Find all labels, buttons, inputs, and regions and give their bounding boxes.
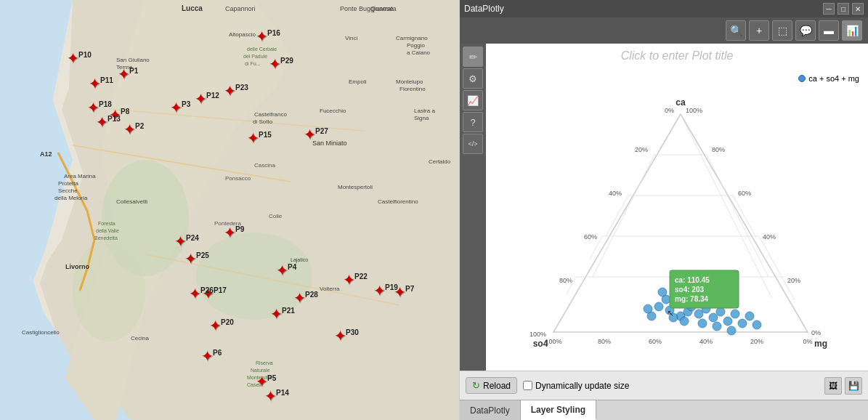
svg-text:80%: 80% bbox=[559, 277, 572, 284]
shape-icon[interactable]: ▬ bbox=[819, 20, 839, 41]
svg-text:60%: 60% bbox=[738, 190, 751, 197]
svg-line-68 bbox=[733, 195, 755, 236]
dynamic-size-checkbox[interactable] bbox=[523, 381, 532, 390]
svg-line-71 bbox=[593, 155, 654, 277]
svg-text:100%: 100% bbox=[545, 338, 561, 345]
svg-text:Livorno: Livorno bbox=[65, 263, 90, 270]
restore-button[interactable]: □ bbox=[837, 3, 849, 15]
ternary-plot[interactable]: ca so4 mg bbox=[524, 92, 837, 354]
svg-text:di Fu...: di Fu... bbox=[245, 61, 260, 66]
title-bar-controls: ─ □ ✕ bbox=[823, 3, 864, 15]
content-area: ✏ ⚙ 📈 ? </> Click to enter Plot title ca… bbox=[460, 44, 868, 371]
chart-bar-icon[interactable]: 📊 bbox=[842, 20, 862, 41]
minimize-button[interactable]: ─ bbox=[823, 3, 835, 15]
svg-text:80%: 80% bbox=[598, 338, 611, 345]
svg-text:Signa: Signa bbox=[414, 115, 429, 121]
svg-text:A12: A12 bbox=[40, 150, 52, 158]
svg-text:Montespertoli: Montespertoli bbox=[338, 184, 373, 190]
plus-icon[interactable]: + bbox=[749, 20, 769, 41]
svg-text:di Sotto: di Sotto bbox=[253, 118, 273, 125]
svg-point-111 bbox=[727, 326, 736, 335]
svg-text:Castiglioncello: Castiglioncello bbox=[22, 329, 60, 336]
tabs-bar: DataPlotly Layer Styling bbox=[460, 400, 868, 420]
svg-point-112 bbox=[745, 312, 754, 320]
svg-text:Capannori: Capannori bbox=[225, 5, 256, 12]
svg-text:ca: ca bbox=[676, 97, 686, 108]
gear-icon[interactable]: ⚙ bbox=[463, 68, 483, 89]
svg-text:Fiorentino: Fiorentino bbox=[399, 86, 426, 92]
question-icon[interactable]: ? bbox=[463, 112, 483, 132]
export-data-button[interactable]: 💾 bbox=[845, 377, 862, 395]
svg-text:delle Cerbaie: delle Cerbaie bbox=[247, 47, 277, 52]
svg-text:ca: 110.45: ca: 110.45 bbox=[675, 276, 710, 284]
svg-text:mg: mg bbox=[814, 339, 827, 349]
legend: ca + so4 + mg bbox=[798, 74, 859, 83]
dynamic-size-label: Dynamically update size bbox=[523, 381, 629, 391]
close-button[interactable]: ✕ bbox=[852, 3, 864, 15]
svg-text:Pontedera: Pontedera bbox=[214, 220, 241, 227]
svg-text:↖: ↖ bbox=[667, 308, 674, 318]
svg-text:della Valle: della Valle bbox=[96, 228, 119, 233]
svg-text:Foresta: Foresta bbox=[98, 221, 115, 226]
svg-text:Fucecchio: Fucecchio bbox=[320, 108, 346, 114]
svg-text:Lastra a: Lastra a bbox=[414, 108, 435, 114]
bottom-bar: ↻ Reload Dynamically update size 🖼 💾 bbox=[460, 371, 868, 400]
map-panel[interactable]: A12 Lucca Capannori Ponte Buggianese Qua… bbox=[0, 0, 459, 420]
svg-text:Cecina: Cecina bbox=[131, 335, 149, 342]
select-rect-icon[interactable]: ⬚ bbox=[772, 20, 792, 41]
svg-text:0%: 0% bbox=[803, 338, 812, 345]
export-image-button[interactable]: 🖼 bbox=[824, 377, 842, 395]
svg-text:Castelfiorentino: Castelfiorentino bbox=[378, 198, 418, 205]
tab-layer-styling[interactable]: Layer Styling bbox=[521, 400, 596, 420]
pencil-icon[interactable]: ✏ bbox=[463, 47, 483, 67]
svg-text:Castelfranco: Castelfranco bbox=[254, 111, 287, 118]
svg-point-100 bbox=[694, 310, 703, 318]
svg-text:Terme: Terme bbox=[116, 64, 133, 70]
svg-text:20%: 20% bbox=[787, 277, 800, 284]
svg-text:0%: 0% bbox=[665, 107, 674, 114]
svg-text:Ponsacco: Ponsacco bbox=[225, 175, 251, 182]
svg-text:20%: 20% bbox=[750, 338, 763, 345]
svg-point-108 bbox=[713, 322, 721, 331]
svg-text:Naturale: Naturale bbox=[251, 368, 270, 373]
title-bar: DataPlotly ─ □ ✕ bbox=[460, 0, 868, 17]
svg-text:Protetta: Protetta bbox=[58, 180, 79, 187]
svg-text:60%: 60% bbox=[649, 338, 662, 345]
svg-point-101 bbox=[680, 317, 689, 326]
svg-text:Empoli: Empoli bbox=[349, 78, 367, 85]
svg-text:del Padule: del Padule bbox=[243, 54, 267, 59]
svg-text:100%: 100% bbox=[530, 331, 546, 338]
svg-point-118 bbox=[658, 288, 667, 296]
code-icon[interactable]: </> bbox=[463, 134, 483, 154]
svg-line-69 bbox=[681, 114, 771, 297]
ternary-container: ca + so4 + mg ca so4 mg bbox=[486, 68, 868, 371]
svg-text:Lajatico: Lajatico bbox=[291, 257, 308, 263]
annotation-icon[interactable]: 💬 bbox=[795, 20, 816, 41]
svg-text:San Giuliano: San Giuliano bbox=[116, 57, 150, 63]
tab-layer-styling-label: Layer Styling bbox=[531, 405, 585, 415]
chart-icon[interactable]: 📈 bbox=[463, 90, 483, 110]
right-panel: DataPlotly ─ □ ✕ 🔍 + ⬚ 💬 ▬ 📊 ✏ ⚙ 📈 ? </> bbox=[459, 0, 868, 420]
zoom-icon[interactable]: 🔍 bbox=[726, 20, 746, 41]
svg-text:Quarrata: Quarrata bbox=[370, 5, 397, 12]
svg-text:20%: 20% bbox=[635, 146, 648, 153]
checkbox-text: Dynamically update size bbox=[535, 381, 629, 391]
svg-text:Caselli: Caselli bbox=[247, 382, 262, 387]
svg-text:Secche: Secche bbox=[58, 187, 78, 194]
svg-text:so4: 203: so4: 203 bbox=[675, 286, 704, 294]
svg-point-104 bbox=[709, 313, 718, 322]
tab-dataplotly-label: DataPlotly bbox=[470, 405, 510, 416]
svg-text:Altopascio: Altopascio bbox=[229, 31, 256, 38]
svg-text:60%: 60% bbox=[584, 233, 597, 241]
svg-point-109 bbox=[731, 310, 739, 318]
svg-text:80%: 80% bbox=[712, 146, 725, 153]
svg-line-72 bbox=[606, 195, 628, 236]
tab-dataplotly[interactable]: DataPlotly bbox=[460, 400, 521, 420]
bottom-right-icons: 🖼 💾 bbox=[824, 377, 862, 395]
svg-text:Benedetta: Benedetta bbox=[94, 235, 118, 241]
reload-button[interactable]: ↻ Reload bbox=[466, 377, 517, 394]
plot-title-input[interactable]: Click to enter Plot title bbox=[486, 44, 868, 68]
legend-dot bbox=[798, 75, 806, 82]
svg-point-105 bbox=[698, 319, 707, 328]
svg-point-7 bbox=[73, 240, 145, 342]
